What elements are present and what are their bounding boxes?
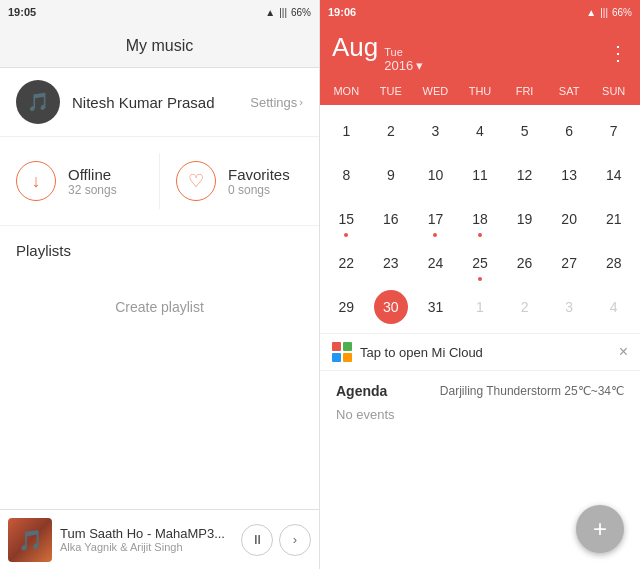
day-number: 31 xyxy=(428,299,444,315)
notification-text: Tap to open Mi Cloud xyxy=(360,345,483,360)
playlists-title: Playlists xyxy=(16,242,303,259)
favorites-option[interactable]: ♡ Favorites 0 songs xyxy=(160,153,303,209)
day-number: 28 xyxy=(606,255,622,271)
dropdown-icon[interactable]: ▾ xyxy=(416,58,423,73)
calendar-day[interactable]: 25 xyxy=(458,241,503,285)
calendar-day[interactable]: 21 xyxy=(591,197,636,241)
calendar-day[interactable]: 19 xyxy=(502,197,547,241)
calendar-grid[interactable]: 1234567891011121314151617181920212223242… xyxy=(320,105,640,333)
calendar-header: Aug Tue 2016 ▾ ⋮ xyxy=(320,24,640,83)
day-number: 11 xyxy=(472,167,488,183)
day-number: 26 xyxy=(517,255,533,271)
calendar-day[interactable]: 29 xyxy=(324,285,369,329)
notification-close-button[interactable]: × xyxy=(619,343,628,361)
calendar-day[interactable]: 5 xyxy=(502,109,547,153)
signal-bars-icon: ||| xyxy=(279,7,287,18)
favorites-count: 0 songs xyxy=(228,183,290,197)
battery-icon-left: 66% xyxy=(291,7,311,18)
calendar-day[interactable]: 24 xyxy=(413,241,458,285)
calendar-day[interactable]: 28 xyxy=(591,241,636,285)
calendar-day[interactable]: 1 xyxy=(458,285,503,329)
calendar-day[interactable]: 4 xyxy=(458,109,503,153)
agenda-header: Agenda Darjiling Thunderstorm 25℃~34℃ xyxy=(336,383,624,399)
now-playing-bar[interactable]: 🎵 Tum Saath Ho - MahaMP3... Alka Yagnik … xyxy=(0,509,319,569)
calendar-day[interactable]: 12 xyxy=(502,153,547,197)
day-number: 6 xyxy=(565,123,573,139)
weekday-label: WED xyxy=(413,83,458,99)
day-number: 8 xyxy=(342,167,350,183)
calendar-weekdays: MONTUEWEDTHUFRISATSUN xyxy=(320,83,640,105)
calendar-day[interactable]: 3 xyxy=(413,109,458,153)
pause-icon: ⏸ xyxy=(251,532,264,547)
add-event-fab[interactable]: + xyxy=(576,505,624,553)
calendar-day[interactable]: 16 xyxy=(369,197,414,241)
day-number: 29 xyxy=(338,299,354,315)
calendar-day[interactable]: 23 xyxy=(369,241,414,285)
day-number: 13 xyxy=(561,167,577,183)
calendar-day[interactable]: 10 xyxy=(413,153,458,197)
calendar-day[interactable]: 18 xyxy=(458,197,503,241)
calendar-day[interactable]: 1 xyxy=(324,109,369,153)
calendar-app-panel: 19:06 ▲ ||| 66% Aug Tue 2016 ▾ ⋮ MONTUEW… xyxy=(320,0,640,569)
status-icons-left: ▲ ||| 66% xyxy=(265,7,311,18)
calendar-day[interactable]: 2 xyxy=(502,285,547,329)
calendar-day[interactable]: 15 xyxy=(324,197,369,241)
day-number: 4 xyxy=(610,299,618,315)
day-number: 19 xyxy=(517,211,533,227)
calendar-day[interactable]: 7 xyxy=(591,109,636,153)
status-icons-right: ▲ ||| 66% xyxy=(586,7,632,18)
notification-content: Tap to open Mi Cloud xyxy=(332,342,483,362)
mi-dot-blue xyxy=(332,353,341,362)
calendar-day[interactable]: 4 xyxy=(591,285,636,329)
offline-icon: ↓ xyxy=(16,161,56,201)
calendar-day[interactable]: 2 xyxy=(369,109,414,153)
album-art: 🎵 xyxy=(8,518,52,562)
calendar-day[interactable]: 13 xyxy=(547,153,592,197)
weekday-label: SUN xyxy=(591,83,636,99)
calendar-day[interactable]: 27 xyxy=(547,241,592,285)
mi-dot-red xyxy=(332,342,341,351)
agenda-title: Agenda xyxy=(336,383,387,399)
calendar-day[interactable]: 22 xyxy=(324,241,369,285)
day-number: 20 xyxy=(561,211,577,227)
day-number: 22 xyxy=(338,255,354,271)
calendar-day[interactable]: 8 xyxy=(324,153,369,197)
calendar-day[interactable]: 30 xyxy=(374,290,408,324)
mi-dot-orange xyxy=(343,353,352,362)
calendar-day[interactable]: 11 xyxy=(458,153,503,197)
music-header-title: My music xyxy=(126,37,194,55)
pause-button[interactable]: ⏸ xyxy=(241,524,273,556)
event-dot xyxy=(478,233,482,237)
user-name: Nitesh Kumar Prasad xyxy=(72,94,250,111)
calendar-day[interactable]: 26 xyxy=(502,241,547,285)
add-icon: + xyxy=(593,515,607,543)
calendar-menu-button[interactable]: ⋮ xyxy=(608,41,628,65)
music-options: ↓ Offline 32 songs ♡ Favorites 0 songs xyxy=(0,137,319,226)
day-number: 18 xyxy=(472,211,488,227)
day-number: 27 xyxy=(561,255,577,271)
settings-link[interactable]: Settings › xyxy=(250,95,303,110)
calendar-day[interactable]: 6 xyxy=(547,109,592,153)
music-app-panel: 19:05 ▲ ||| 66% My music 🎵 Nitesh Kumar … xyxy=(0,0,320,569)
day-number: 24 xyxy=(428,255,444,271)
offline-option[interactable]: ↓ Offline 32 songs xyxy=(16,153,160,209)
avatar-image: 🎵 xyxy=(27,91,49,113)
user-section[interactable]: 🎵 Nitesh Kumar Prasad Settings › xyxy=(0,68,319,137)
event-dot xyxy=(344,233,348,237)
mi-cloud-notification[interactable]: Tap to open Mi Cloud × xyxy=(320,333,640,371)
calendar-day[interactable]: 9 xyxy=(369,153,414,197)
next-button[interactable]: › xyxy=(279,524,311,556)
calendar-day[interactable]: 31 xyxy=(413,285,458,329)
day-number: 12 xyxy=(517,167,533,183)
battery-icon-right: 66% xyxy=(612,7,632,18)
calendar-day[interactable]: 3 xyxy=(547,285,592,329)
signal-wifi-icon: ▲ xyxy=(265,7,275,18)
calendar-day[interactable]: 17 xyxy=(413,197,458,241)
calendar-day[interactable]: 20 xyxy=(547,197,592,241)
year-day: Tue 2016 ▾ xyxy=(384,46,423,73)
create-playlist-button[interactable]: Create playlist xyxy=(16,299,303,315)
bars-icon-right: ||| xyxy=(600,7,608,18)
day-number: 25 xyxy=(472,255,488,271)
calendar-day[interactable]: 14 xyxy=(591,153,636,197)
settings-label: Settings xyxy=(250,95,297,110)
